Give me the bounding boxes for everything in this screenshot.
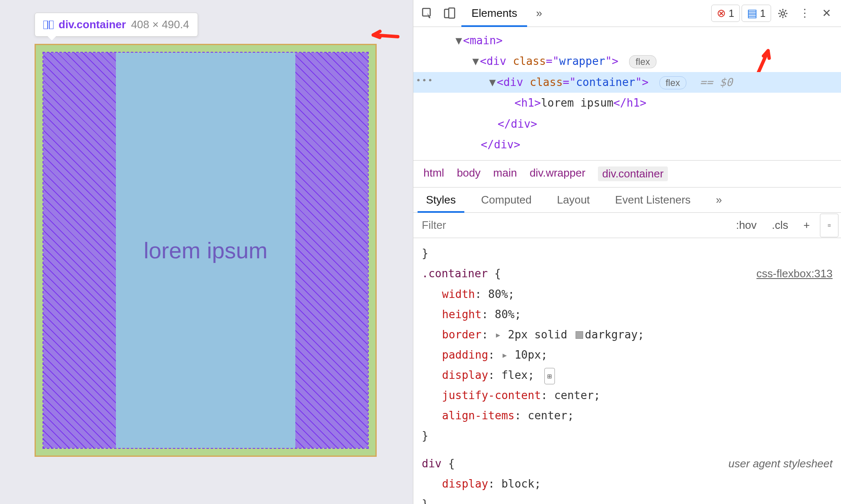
flex-badge[interactable]: flex xyxy=(659,76,686,89)
dom-node[interactable]: ▼<main> xyxy=(413,30,841,51)
dom-node[interactable]: </div> xyxy=(413,134,841,155)
css-rule[interactable]: css-flexbox:313 .container { width: 80%;… xyxy=(422,263,833,446)
breadcrumb-item[interactable]: main xyxy=(493,166,517,181)
tab-styles[interactable]: Styles xyxy=(413,188,469,212)
dom-node[interactable]: <h1>lorem ipsum</h1> xyxy=(413,93,841,113)
breadcrumb-item[interactable]: div.wrapper xyxy=(530,166,585,181)
dom-breadcrumb[interactable]: html body main div.wrapper div.container xyxy=(413,160,841,188)
styles-filter-input[interactable] xyxy=(413,213,729,238)
flex-container-icon xyxy=(43,21,54,29)
tab-computed[interactable]: Computed xyxy=(469,188,544,212)
devtools-toolbar: Elements » ⊗ 1 ▤ 1 ⋮ ✕ xyxy=(413,0,841,27)
styles-subtabs: Styles Computed Layout Event Listeners » xyxy=(413,188,841,213)
flex-editor-icon[interactable]: ⊞ xyxy=(544,368,555,384)
css-source-link[interactable]: css-flexbox:313 xyxy=(756,263,833,284)
message-badge[interactable]: ▤ 1 xyxy=(742,5,771,22)
page-viewport: div.container 408 × 490.4 lorem ipsum xyxy=(0,0,413,504)
tooltip-element-label: div.container xyxy=(59,18,126,31)
breadcrumb-item-selected[interactable]: div.container xyxy=(598,166,668,181)
tab-event-listeners[interactable]: Event Listeners xyxy=(603,188,703,212)
cls-toggle-button[interactable]: .cls xyxy=(764,214,796,237)
new-style-rule-button[interactable]: + xyxy=(796,214,817,237)
settings-button[interactable] xyxy=(773,3,793,24)
message-icon: ▤ xyxy=(747,7,758,20)
page-heading: lorem ipsum xyxy=(144,237,268,263)
devtools-panel: Elements » ⊗ 1 ▤ 1 ⋮ ✕ ▼<main> ▼<div cl xyxy=(413,0,841,504)
highlighted-element-box: lorem ipsum xyxy=(35,44,377,457)
svg-rect-1 xyxy=(49,21,54,29)
more-styles-tabs[interactable]: » xyxy=(703,188,734,212)
more-tabs-button[interactable]: » xyxy=(529,3,549,24)
svg-point-5 xyxy=(781,12,785,15)
css-source-ua: user agent stylesheet xyxy=(729,453,833,474)
css-rule-user-agent[interactable]: user agent stylesheet div { display: blo… xyxy=(422,453,833,504)
computed-sidebar-toggle[interactable] xyxy=(820,214,838,237)
error-badge[interactable]: ⊗ 1 xyxy=(711,5,739,22)
dom-node-selected[interactable]: ▼<div class="container"> flex == $0 xyxy=(413,72,841,93)
svg-rect-0 xyxy=(43,21,48,29)
svg-rect-4 xyxy=(449,8,455,18)
dom-node[interactable]: </div> xyxy=(413,114,841,134)
hov-toggle-button[interactable]: :hov xyxy=(729,214,764,237)
breadcrumb-item[interactable]: html xyxy=(423,166,444,181)
color-swatch[interactable] xyxy=(576,331,583,339)
breadcrumb-item[interactable]: body xyxy=(457,166,480,181)
inspect-element-button[interactable] xyxy=(418,3,438,24)
tab-layout[interactable]: Layout xyxy=(544,188,603,212)
close-devtools-button[interactable]: ✕ xyxy=(817,3,837,24)
svg-rect-2 xyxy=(423,8,430,16)
error-icon: ⊗ xyxy=(717,7,726,20)
tooltip-dimensions: 408 × 490.4 xyxy=(131,18,189,31)
console-reference: == $0 xyxy=(700,76,733,88)
css-rules-pane[interactable]: } css-flexbox:313 .container { width: 80… xyxy=(413,238,841,504)
dom-tree[interactable]: ▼<main> ▼<div class="wrapper"> flex ▼<di… xyxy=(413,27,841,160)
kebab-menu-button[interactable]: ⋮ xyxy=(795,3,815,24)
svg-rect-6 xyxy=(828,224,830,226)
device-toolbar-button[interactable] xyxy=(439,3,460,24)
element-inspector-tooltip: div.container 408 × 490.4 xyxy=(35,13,198,37)
tab-elements[interactable]: Elements xyxy=(461,0,527,27)
flex-badge[interactable]: flex xyxy=(629,55,656,68)
styles-filter-row: :hov .cls + xyxy=(413,213,841,238)
